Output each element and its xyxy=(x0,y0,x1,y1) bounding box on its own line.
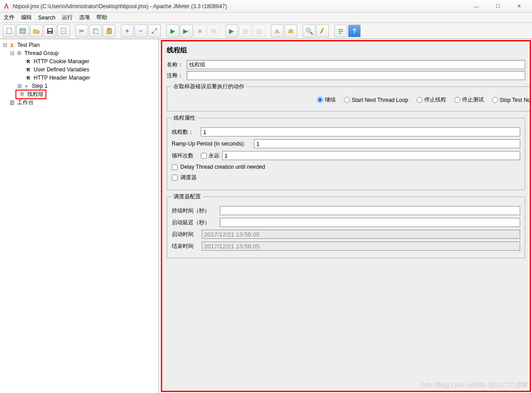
tree-node-testplan[interactable]: ⊟ Test Plan xyxy=(1,41,158,49)
close-button[interactable]: ✕ xyxy=(509,2,529,11)
panel-title: 线程组 xyxy=(167,44,525,58)
svg-rect-1 xyxy=(20,29,25,33)
watermark: http://blog.csdn.net/Blu @51CTO博客 xyxy=(422,381,527,389)
templates-button[interactable] xyxy=(16,25,29,37)
menu-run[interactable]: 运行 xyxy=(62,14,73,21)
window-controls: — ☐ ✕ xyxy=(466,2,529,11)
copy-button[interactable] xyxy=(89,25,102,37)
start-no-pause-button[interactable]: ▶| xyxy=(180,25,193,37)
comment-input[interactable] xyxy=(187,71,525,80)
titlebar: hbpool.jmx (C:\Users\Administrator\Deskt… xyxy=(0,0,532,13)
svg-rect-6 xyxy=(49,32,51,33)
start-time-input xyxy=(202,230,520,239)
tree-node-vars[interactable]: User Defined Variables xyxy=(1,66,158,74)
expand-button[interactable]: ＋ xyxy=(121,25,134,37)
radio-continue[interactable]: 继续 xyxy=(317,96,336,104)
svg-rect-5 xyxy=(48,29,52,31)
clear-all-button[interactable] xyxy=(284,25,297,37)
svg-rect-16 xyxy=(338,31,343,32)
radio-stop-test-now[interactable]: Stop Test No xyxy=(492,97,531,103)
jmeter-app-icon xyxy=(3,3,10,10)
svg-rect-2 xyxy=(21,30,22,31)
tree-pane[interactable]: ⊟ Test Plan ⊟ Thread Group HTTP Cookie M… xyxy=(0,39,159,393)
rampup-label: Ramp-Up Period (in seconds): xyxy=(172,141,251,147)
loop-input[interactable] xyxy=(222,151,520,160)
save-as-button[interactable] xyxy=(57,25,70,37)
svg-rect-3 xyxy=(23,30,25,31)
svg-rect-9 xyxy=(94,30,98,34)
scheduler-checkbox[interactable]: 调度器 xyxy=(172,174,197,181)
scheduler-config-title: 调度器配置 xyxy=(172,193,203,201)
shutdown-button: ⊘ xyxy=(207,25,220,37)
search-tree-button[interactable]: 🔍 xyxy=(303,25,315,37)
radio-stop-thread[interactable]: 停止线程 xyxy=(417,96,446,104)
cut-button[interactable]: ✂ xyxy=(75,25,88,37)
thread-props-group: 线程属性 线程数： Ramp-Up Period (in seconds): 循… xyxy=(167,114,525,190)
open-button[interactable] xyxy=(30,25,43,37)
menu-help[interactable]: 帮助 xyxy=(96,14,107,21)
rampup-input[interactable] xyxy=(254,139,520,148)
tree-node-thread-cn[interactable]: 线程组 xyxy=(1,90,158,98)
thread-props-title: 线程属性 xyxy=(172,114,197,122)
save-button[interactable] xyxy=(44,25,56,37)
error-action-group: 在取样器错误后要执行的动作 继续 Start Next Thread Loop … xyxy=(167,83,531,111)
remote-shutdown-button: ◎ xyxy=(253,25,265,37)
svg-rect-0 xyxy=(7,28,11,34)
arrow-icon xyxy=(23,82,30,90)
tree-node-step1[interactable]: ⊞ Step 1 xyxy=(1,82,158,90)
toolbar: ✂ ＋ － ▶ ▶| ■ ⊘ ▶. ◎ ◎ 🔍 ? xyxy=(0,23,532,39)
window-title: hbpool.jmx (C:\Users\Administrator\Deskt… xyxy=(13,3,227,10)
threads-label: 线程数： xyxy=(172,128,198,136)
svg-rect-15 xyxy=(338,29,343,30)
svg-point-13 xyxy=(155,28,157,30)
duration-label: 持续时间（秒） xyxy=(172,207,217,215)
remote-start-button[interactable]: ▶. xyxy=(225,25,238,37)
menu-search[interactable]: Search xyxy=(38,15,55,21)
end-time-label: 结束时间 xyxy=(172,242,199,250)
wrench-icon xyxy=(25,66,32,73)
help-button[interactable]: ? xyxy=(348,25,361,37)
gear-icon xyxy=(15,50,23,57)
name-input[interactable] xyxy=(187,60,525,69)
new-button[interactable] xyxy=(3,25,15,37)
gear-icon xyxy=(18,91,25,98)
error-action-title: 在取样器错误后要执行的动作 xyxy=(172,83,246,91)
tree-node-workbench[interactable]: 工作台 xyxy=(1,98,158,106)
test-plan-tree: ⊟ Test Plan ⊟ Thread Group HTTP Cookie M… xyxy=(1,41,158,106)
clear-button[interactable] xyxy=(271,25,283,37)
svg-point-14 xyxy=(322,28,324,30)
collapse-button[interactable]: － xyxy=(134,25,147,37)
radio-stop-test[interactable]: 停止测试 xyxy=(454,96,484,104)
svg-rect-17 xyxy=(338,33,341,34)
loop-label: 循环次数 xyxy=(172,152,198,160)
duration-input[interactable] xyxy=(220,206,520,215)
paste-button[interactable] xyxy=(103,25,115,37)
end-time-input xyxy=(202,242,520,251)
menu-file[interactable]: 文件 xyxy=(4,14,15,21)
content-pane: 线程组 名称： 注释： 在取样器错误后要执行的动作 继续 Start Next … xyxy=(161,40,531,392)
delay-checkbox[interactable]: Delay Thread creation until needed xyxy=(172,164,265,170)
wrench-icon xyxy=(25,74,32,81)
radio-start-next[interactable]: Start Next Thread Loop xyxy=(344,97,408,103)
maximize-button[interactable]: ☐ xyxy=(487,2,508,11)
scheduler-config-group: 调度器配置 持续时间（秒） 启动延迟（秒） 启动时间 结束时间 xyxy=(167,193,525,258)
threads-input[interactable] xyxy=(201,127,520,136)
svg-point-12 xyxy=(152,32,154,34)
minimize-button[interactable]: — xyxy=(466,2,487,11)
tree-node-threadgroup[interactable]: ⊟ Thread Group xyxy=(1,49,158,57)
forever-checkbox[interactable]: 永远 xyxy=(201,152,219,160)
start-button[interactable]: ▶ xyxy=(166,25,179,37)
tree-node-cookie[interactable]: HTTP Cookie Manager xyxy=(1,57,158,66)
wrench-icon xyxy=(25,58,32,65)
menubar: 文件 编辑 Search 运行 选项 帮助 xyxy=(0,13,532,23)
toggle-button[interactable] xyxy=(148,25,161,37)
startup-delay-input[interactable] xyxy=(220,218,520,227)
reset-search-button[interactable] xyxy=(316,25,329,37)
menu-options[interactable]: 选项 xyxy=(79,14,90,21)
function-helper-button[interactable] xyxy=(334,25,347,37)
menu-edit[interactable]: 编辑 xyxy=(21,14,32,21)
stop-button: ■ xyxy=(194,25,206,37)
name-label: 名称： xyxy=(167,61,187,69)
tree-node-header[interactable]: HTTP Header Manager xyxy=(1,74,158,82)
start-time-label: 启动时间 xyxy=(172,231,199,238)
